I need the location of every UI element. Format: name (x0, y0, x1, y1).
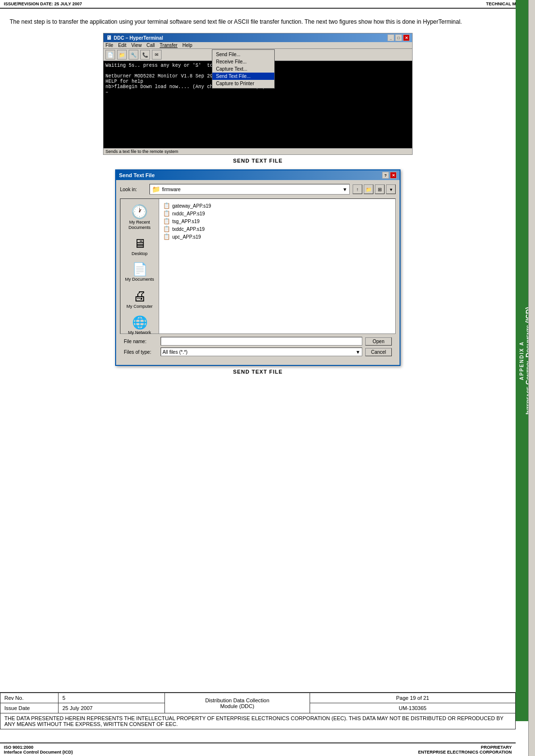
my-network-icon: 🌐 (132, 315, 148, 330)
page-label-cell: Page 19 of 21 (310, 693, 516, 703)
file-item-gateway[interactable]: 📋 gateway_APP.s19 (162, 202, 392, 210)
menu-transfer[interactable]: Transfer (160, 43, 178, 48)
terminal-cursor: – (105, 90, 410, 95)
figure2-label: SEND TEXT FILE (10, 369, 506, 375)
dialog-title: Send Text File (119, 172, 155, 178)
footer-bottom: ISO 9001:2000 Interface Control Document… (0, 742, 516, 756)
file-name-rxddc: rxddc_APP.s19 (172, 211, 205, 216)
hyperterm-menubar: File Edit View Call Transfer Help Send F… (104, 42, 412, 49)
file-name-input[interactable] (161, 337, 362, 346)
hyperterm-titlebar: 🖥 DDC – HyperTerminal _ □ ✕ (104, 33, 412, 42)
file-item-upc[interactable]: 📋 upc_APP.s19 (162, 233, 392, 241)
my-computer-icon: 🖨 (133, 288, 147, 304)
footer-section: Rev No. 5 Distribution Data CollectionMo… (0, 692, 516, 729)
dialog-sidebar: 🕐 My RecentDocuments 🖥 Desktop 📄 My Docu… (120, 199, 159, 333)
file-name-label: File name: (124, 339, 158, 344)
desktop-label: Desktop (132, 251, 148, 257)
menu-capture-printer[interactable]: Capture to Printer (212, 80, 274, 87)
rev-value-cell: 5 (59, 693, 165, 703)
dialog-body: Look in: 📁 firmware ▼ ↑ 📁 ⊞ ▾ (116, 180, 400, 365)
hyperterm-statusbar: Sends a text file to the remote system (104, 148, 412, 154)
close-button[interactable]: ✕ (403, 34, 410, 41)
menu-send-text-file[interactable]: Send Text File... (212, 73, 274, 80)
sidebar-item-my-network[interactable]: 🌐 My Network (122, 313, 157, 337)
bottom-left: ISO 9001:2000 Interface Control Document… (4, 745, 73, 755)
recent-docs-label: My RecentDocuments (129, 220, 151, 230)
menu-send-file[interactable]: Send File... (212, 51, 274, 58)
files-pane: 📋 gateway_APP.s19 📋 rxddc_APP.s19 📋 tsg_… (159, 199, 395, 333)
my-computer-label: My Computer (126, 304, 152, 309)
cancel-button[interactable]: Cancel (365, 348, 392, 356)
hangup-button[interactable]: ✉ (152, 50, 162, 60)
menu-view[interactable]: View (131, 43, 142, 48)
header-left: ISSUE/REVISION DATE: 25 JULY 2007 (4, 1, 82, 6)
dist-label: Distribution Data CollectionModule (DDC) (205, 697, 269, 709)
prop-button[interactable]: 🔧 (129, 50, 138, 60)
nav-up-button[interactable]: ↑ (353, 184, 362, 194)
open-button[interactable]: 📁 (117, 50, 127, 60)
file-item-tsg[interactable]: 📋 tsg_APP.s19 (162, 217, 392, 225)
files-of-type-row: Files of type: All files (*.*) ▼ Cancel (124, 348, 392, 356)
dial-button[interactable]: 📞 (140, 50, 150, 60)
proprietary-label: PROPRIETARY (418, 745, 512, 750)
view-menu-button[interactable]: ⊞ (375, 184, 385, 194)
menu-help[interactable]: Help (182, 43, 193, 48)
look-in-value: firmware (162, 187, 180, 192)
menu-edit[interactable]: Edit (118, 43, 126, 48)
dialog-main-area: 🕐 My RecentDocuments 🖥 Desktop 📄 My Docu… (120, 198, 396, 334)
send-text-file-dialog: Send Text File ? ✕ Look in: 📁 firmware ▼… (115, 169, 401, 366)
new-folder-button[interactable]: 📁 (364, 184, 373, 194)
restore-button[interactable]: □ (395, 34, 402, 41)
desktop-icon: 🖥 (134, 236, 146, 251)
disclaimer-cell: THE DATA PRESENTED HEREIN REPRESENTS THE… (0, 713, 516, 729)
hyperterm-title: DDC – HyperTerminal (114, 35, 163, 41)
my-documents-label: My Documents (125, 277, 154, 282)
menu-capture-text[interactable]: Capture Text... (212, 65, 274, 73)
dialog-help-button[interactable]: ? (382, 172, 389, 179)
hyperterm-icon: 🖥 (106, 34, 112, 41)
look-in-label: Look in: (120, 187, 147, 192)
open-button[interactable]: Open (365, 337, 392, 346)
issue-value-cell: 25 July 2007 (59, 703, 165, 713)
file-item-rxddc[interactable]: 📋 rxddc_APP.s19 (162, 210, 392, 217)
company-label: ENTERPRISE ELECTRONICS CORPORATION (418, 750, 512, 755)
minimize-button[interactable]: _ (387, 34, 394, 41)
my-documents-icon: 📄 (132, 262, 148, 277)
files-of-type-value: All files (*.*) (163, 349, 188, 355)
rev-label-cell: Rev No. (0, 693, 59, 703)
menu-receive-file[interactable]: Receive File... (212, 58, 274, 65)
figure1-label: SEND TEXT FILE (10, 158, 506, 164)
dialog-titlebar: Send Text File ? ✕ (116, 170, 400, 180)
files-of-type-label: Files of type: (124, 349, 158, 355)
file-name-upc: upc_APP.s19 (172, 234, 201, 240)
recent-docs-icon: 🕐 (131, 204, 148, 220)
file-icon-txddc: 📋 (163, 226, 170, 232)
menu-call[interactable]: Call (147, 43, 155, 48)
sidebar-item-recent-documents[interactable]: 🕐 My RecentDocuments (122, 202, 157, 232)
menu-file[interactable]: File (105, 43, 113, 48)
dialog-controls[interactable]: ? ✕ (382, 172, 397, 179)
sidebar-item-my-documents[interactable]: 📄 My Documents (122, 260, 157, 284)
tools-button[interactable]: ▾ (386, 184, 396, 194)
sidebar-item-my-computer[interactable]: 🖨 My Computer (122, 286, 157, 311)
iso-label: ISO 9001:2000 (4, 745, 73, 750)
files-of-type-combo[interactable]: All files (*.*) ▼ (161, 348, 362, 356)
window-controls[interactable]: _ □ ✕ (387, 34, 410, 41)
file-name-tsg: tsg_APP.s19 (172, 219, 200, 224)
new-button[interactable]: 📄 (105, 50, 115, 60)
file-icon-tsg: 📋 (163, 218, 170, 225)
page-header: ISSUE/REVISION DATE: 25 JULY 2007 TECHNI… (0, 0, 535, 9)
folder-icon-sm: 📁 (152, 185, 160, 193)
look-in-row: Look in: 📁 firmware ▼ ↑ 📁 ⊞ ▾ (120, 184, 396, 195)
dialog-close-button[interactable]: ✕ (390, 172, 397, 179)
file-name-row: File name: Open (124, 337, 392, 346)
intro-paragraph: The next step is to transfer the applica… (10, 17, 506, 26)
main-content: The next step is to transfer the applica… (0, 9, 516, 385)
sidebar-item-desktop[interactable]: 🖥 Desktop (122, 234, 157, 258)
look-in-combo[interactable]: 📁 firmware ▼ (149, 184, 350, 195)
file-icon-upc: 📋 (163, 233, 170, 240)
terminal-scrollbar[interactable] (528, 0, 535, 756)
file-item-txddc[interactable]: 📋 txddc_APP.s19 (162, 225, 392, 233)
issue-label-cell: Issue Date (0, 703, 59, 713)
dialog-toolbar-icons: ↑ 📁 ⊞ ▾ (353, 184, 396, 194)
